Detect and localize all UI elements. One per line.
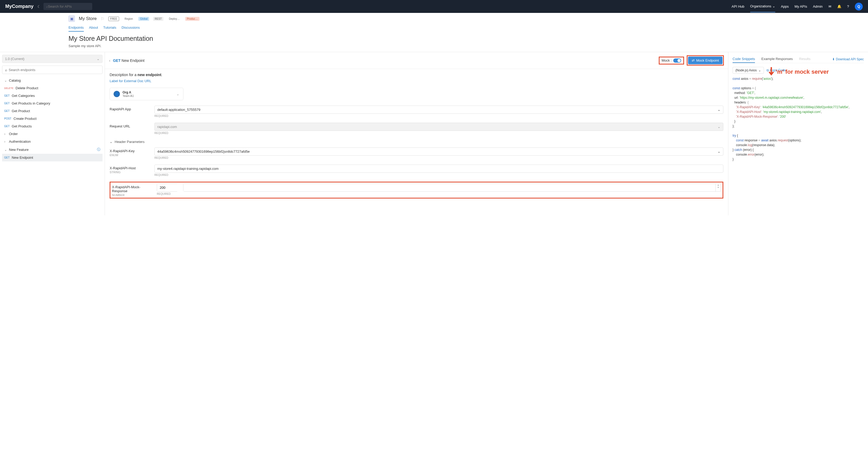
chevron-icon: ⌄ (4, 148, 7, 151)
endpoint-get-products[interactable]: GETGet Products (2, 123, 102, 130)
mock-toggle[interactable] (673, 59, 681, 63)
code-tabs: Code Snippets Example Responses Results … (733, 55, 864, 63)
endpoint-create-product[interactable]: POSTCreate Product (2, 115, 102, 123)
endpoint-search-input[interactable] (9, 68, 100, 72)
nav-api-hub[interactable]: API Hub (732, 1, 744, 12)
copy-code[interactable]: ⧉Copy Code (767, 68, 786, 72)
mock-response-input[interactable] (157, 183, 178, 192)
bookmark-icon[interactable]: ⚐ (101, 16, 104, 21)
required-label: REQUIRED (154, 157, 723, 159)
field-label-url: Request URL (110, 123, 149, 135)
endpoint-label: Get Products in Category (12, 101, 50, 105)
field-label-app: RapidAPI App (110, 106, 149, 117)
method-badge: GET (4, 125, 10, 128)
brand[interactable]: MyCompany (5, 4, 33, 9)
tab-about[interactable]: About (89, 24, 98, 32)
field-label-host: X-RapidAPI-Host (110, 165, 149, 170)
chevron-down-icon: ⌄ (176, 92, 180, 96)
nav-apps[interactable]: Apps (781, 1, 789, 12)
tree-group-order[interactable]: ›Order (2, 130, 102, 138)
method-badge: GET (4, 94, 10, 97)
endpoint-name: GET New Endpoint (113, 59, 145, 63)
chevron-icon: › (4, 140, 7, 143)
doc-desc: Sample my store API. (68, 44, 868, 48)
tab-example-responses[interactable]: Example Responses (761, 55, 793, 63)
bell-icon[interactable]: 🔔 (837, 4, 841, 8)
nav-organizations[interactable]: Organizations ⌄ (750, 1, 775, 12)
key-select[interactable]: 44a59636c4msh50924779301698ep156bf2jsn8d… (154, 147, 723, 156)
tree-group-catalog[interactable]: ⌄Catalog (2, 77, 102, 84)
code-snippet: const axios = require('axios'); const op… (733, 76, 864, 162)
collapse-icon[interactable]: ‹ (109, 59, 111, 63)
theme-toggle-icon[interactable]: ☾ (37, 4, 41, 9)
method-badge: POST (4, 117, 11, 120)
org-selector[interactable]: 👤 Org A Team A1 ⌄ (110, 88, 183, 100)
badge-free: FREE (108, 16, 119, 21)
tab-endpoints[interactable]: Endpoints (68, 24, 84, 32)
chevron-down-icon: ⌄ (97, 57, 100, 61)
endpoint-search[interactable]: ⌕ (2, 66, 102, 74)
mock-btn-highlight: ⇄ Mock Endpoint (687, 55, 724, 66)
avatar[interactable]: Q (855, 3, 863, 10)
language-select[interactable]: (Node.js) Axios⌄ (733, 67, 764, 74)
headers-section[interactable]: ⌄Header Parameters (110, 140, 723, 144)
number-spinner[interactable]: ▲▼ (715, 184, 721, 192)
chevron-down-icon: ⌄ (110, 140, 113, 144)
required-label: REQUIRED (154, 173, 723, 176)
api-tabs: Endpoints About Tutorials Discussions (68, 24, 868, 32)
chevron-down-icon: ⌄ (717, 108, 720, 112)
org-name: Org A (123, 91, 134, 94)
mock-response-full[interactable] (183, 184, 715, 192)
host-input[interactable]: my-store4.rapidapi-training.rapidapi.com (154, 165, 723, 173)
swap-icon: ⇄ (692, 59, 694, 62)
endpoint-get-products-in-category[interactable]: GETGet Products in Category (2, 100, 102, 107)
search-icon: ⌕ (5, 68, 7, 72)
required-label: REQUIRED (157, 193, 178, 195)
chevron-down-icon: ⌄ (772, 4, 775, 8)
badge-global: Global (138, 17, 149, 21)
badge-region: Region (123, 17, 135, 21)
endpoint-get-product[interactable]: GETGet Product (2, 107, 102, 115)
inbox-icon[interactable]: ✉ (829, 4, 831, 8)
endpoint-label: Get Product (12, 109, 30, 113)
search-box[interactable]: ⌕ (43, 3, 92, 10)
chevron-icon: › (4, 132, 7, 136)
top-nav: API Hub Organizations ⌄ Apps My APIs Adm… (732, 1, 863, 12)
code-panel: Code Snippets Example Responses Results … (728, 52, 868, 215)
required-label: REQUIRED (154, 132, 723, 135)
endpoint-label: Create Product (13, 116, 36, 121)
info-icon[interactable]: ⓘ (97, 147, 100, 152)
doc-title: My Store API Documentation (68, 35, 868, 42)
tree-group-new-feature[interactable]: ⌄New Featureⓘ (2, 145, 102, 154)
mock-label: Mock : (662, 59, 672, 62)
api-title: My Store (79, 16, 97, 21)
tab-discussions[interactable]: Discussions (122, 24, 140, 32)
mock-endpoint-button[interactable]: ⇄ Mock Endpoint (688, 57, 722, 64)
search-input[interactable] (48, 4, 90, 8)
tab-tutorials[interactable]: Tutorials (103, 24, 116, 32)
download-icon: ⬇ (832, 57, 835, 61)
tab-results: Results (799, 55, 811, 63)
chevron-icon: ⌄ (4, 78, 7, 82)
endpoint-delete-product[interactable]: DELETEDelete Product (2, 84, 102, 92)
field-type-key: ENUM (110, 154, 149, 157)
chevron-down-icon: ⌄ (758, 68, 761, 72)
endpoint-get-categories[interactable]: GETGet Categories (2, 92, 102, 100)
endpoint-new-endpoint[interactable]: GETNew Endpoint (2, 154, 102, 161)
tree-group-authentication[interactable]: ›Authentication (2, 138, 102, 145)
mock-response-highlight: X-RapidAPI-Mock-Response NUMBER REQUIRED… (110, 182, 723, 199)
endpoint-header: ‹ GET New Endpoint Mock : ⇄ Mock Endpoin… (105, 52, 728, 69)
app-select[interactable]: default-application_5755579⌄ (154, 106, 723, 114)
nav-admin[interactable]: Admin (813, 1, 823, 12)
endpoint-description: Description for a new endpoint. (110, 73, 723, 77)
external-doc-link[interactable]: Label for External Doc URL (110, 79, 723, 83)
help-icon[interactable]: ? (847, 4, 849, 8)
version-select[interactable]: 1.0 (Current) ⌄ (2, 55, 102, 63)
tab-code-snippets[interactable]: Code Snippets (733, 55, 755, 63)
badge-deploy: Deploy… (167, 17, 181, 21)
api-subheader: ▣ My Store ⚐ FREE Region Global REST Dep… (0, 13, 868, 52)
field-label-mock: X-RapidAPI-Mock-Response (112, 183, 152, 193)
endpoint-sidebar: 1.0 (Current) ⌄ ⌕ ⌄CatalogDELETEDelete P… (0, 52, 104, 215)
nav-my-apis[interactable]: My APIs (795, 1, 807, 12)
download-spec[interactable]: ⬇Download API Spec (832, 55, 864, 63)
